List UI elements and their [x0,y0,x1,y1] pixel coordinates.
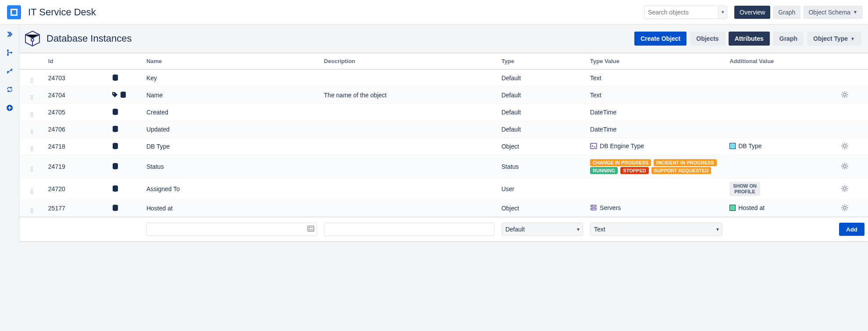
gear-icon[interactable] [841,142,849,150]
svg-point-12 [843,93,846,96]
drag-handle-icon[interactable] [31,146,33,151]
drag-handle-icon[interactable] [31,95,33,100]
col-id: Id [45,53,108,69]
svg-point-19 [843,165,846,167]
status-lozenge: SUPPORT REQUESTED [651,167,711,174]
row-name[interactable]: Key [143,69,320,87]
add-button[interactable]: Add [839,223,864,236]
row-name[interactable]: Hosted at [143,200,320,217]
additional-value-object[interactable]: Hosted at [729,204,765,211]
svg-rect-28 [308,226,314,231]
attributes-table: Id Name Description Type Type Value Addi… [19,53,868,242]
row-type: Default [498,69,587,87]
col-description: Description [320,53,498,69]
subheader: Database Instances Create Object Objects… [19,25,868,53]
row-description[interactable] [320,138,498,155]
svg-point-26 [592,209,593,210]
attributes-tab[interactable]: Attributes [729,32,770,46]
new-type-value-select[interactable]: Text [590,223,722,236]
row-description[interactable] [320,155,498,178]
row-description[interactable]: The name of the object [320,87,498,104]
page-title: Database Instances [46,33,132,44]
drag-handle-icon[interactable] [31,78,33,83]
gear-icon[interactable] [841,162,849,170]
database-icon [111,125,119,134]
type-value-text: Text [590,75,601,82]
create-object-button[interactable]: Create Object [634,32,687,46]
drag-handle-icon[interactable] [31,167,33,171]
row-type: Object [498,200,587,217]
table-row: 24719StatusStatusCHANGE IN PROGRESS INCI… [19,155,868,178]
row-description[interactable] [320,121,498,138]
collapse-icon[interactable] [4,66,15,76]
new-type-select[interactable]: Default [502,223,583,236]
database-icon [111,74,119,83]
table-row: 24703KeyDefaultText [19,69,868,87]
overview-button[interactable]: Overview [734,6,770,19]
row-type: Status [498,155,587,178]
tree-icon[interactable] [4,47,15,58]
row-name[interactable]: DB Type [143,138,320,155]
type-value-object[interactable]: DB Engine Type [590,142,644,149]
gear-icon[interactable] [841,185,849,192]
row-id: 25177 [45,200,108,217]
new-name-input[interactable] [146,223,317,236]
status-lozenge: INCIDENT IN PROGRESS [654,159,716,166]
color-swatch [729,143,736,149]
row-name[interactable]: Created [143,104,320,121]
new-description-input[interactable] [324,223,494,236]
expand-rail-button[interactable] [4,29,15,39]
row-name[interactable]: Updated [143,121,320,138]
svg-point-10 [113,93,114,94]
svg-point-29 [309,227,310,228]
row-description[interactable] [320,104,498,121]
svg-rect-8 [32,41,33,43]
svg-rect-16 [591,143,597,149]
status-lozenge: CHANGE IN PROGRESS [590,159,651,166]
table-row: 24718DB TypeObjectDB Engine TypeDB Type [19,138,868,155]
drag-handle-icon[interactable] [31,189,33,194]
graph-button[interactable]: Graph [773,6,800,19]
objects-tab[interactable]: Objects [690,32,725,46]
additional-value-object[interactable]: DB Type [729,142,761,149]
row-name[interactable]: Name [143,87,320,104]
object-schema-dropdown[interactable]: Object Schema▼ [803,6,863,19]
row-name[interactable]: Assigned To [143,178,320,200]
row-id: 24705 [45,104,108,121]
search-input[interactable] [644,6,719,19]
svg-point-17 [843,145,846,147]
graph-tab[interactable]: Graph [773,32,804,46]
database-icon [111,108,119,117]
row-description[interactable] [320,178,498,200]
gear-icon[interactable] [841,204,849,212]
table-row: 24705CreatedDefaultDateTime [19,104,868,121]
object-type-dropdown[interactable]: Object Type▼ [807,32,861,46]
svg-rect-24 [591,208,596,210]
drag-handle-icon[interactable] [31,129,33,134]
svg-point-27 [843,206,846,209]
col-type-value: Type Value [587,53,726,69]
col-name: Name [143,53,320,69]
row-name[interactable]: Status [143,155,320,178]
row-type: User [498,178,587,200]
drag-handle-icon[interactable] [31,112,33,117]
sync-icon[interactable] [4,84,15,95]
gear-icon[interactable] [841,91,849,99]
svg-point-25 [592,206,593,206]
row-type: Default [498,87,587,104]
new-attribute-row: DefaultTextAdd [19,217,868,242]
type-value-object[interactable]: Servers [590,204,621,211]
table-row: 24704NameThe name of the objectDefaultTe… [19,87,868,104]
row-description[interactable] [320,69,498,87]
table-row: 25177Hosted atObjectServersHosted at [19,200,868,217]
svg-rect-30 [311,228,313,228]
svg-point-21 [843,187,846,190]
table-row: 24706UpdatedDefaultDateTime [19,121,868,138]
table-row: 24720Assigned ToUserSHOW ONPROFILE [19,178,868,200]
row-description[interactable] [320,200,498,217]
search-dropdown-button[interactable]: ▼ [719,6,727,19]
type-value-text: Text [590,92,601,99]
app-logo-icon [5,4,23,21]
drag-handle-icon[interactable] [31,208,33,213]
add-icon[interactable] [4,103,15,113]
